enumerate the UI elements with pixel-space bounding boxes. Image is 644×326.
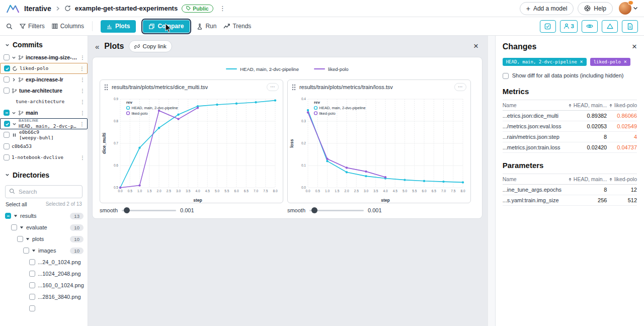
row-menu-kebab[interactable]: ⋮ bbox=[79, 88, 85, 94]
commit-row[interactable]: tune-architecture⋮ bbox=[0, 85, 88, 96]
revision-tag[interactable]: HEAD, main, 2-dvc-pipeline× bbox=[503, 58, 587, 66]
tag-icon bbox=[186, 6, 191, 11]
commit-checkbox[interactable] bbox=[4, 121, 10, 127]
collaborators-button[interactable]: 3 bbox=[560, 20, 578, 33]
tree-checkbox[interactable] bbox=[29, 294, 35, 300]
commit-checkbox[interactable] bbox=[4, 110, 10, 116]
visibility-button[interactable] bbox=[582, 20, 598, 33]
tree-file-row[interactable]: ...24_0_1024.png bbox=[0, 257, 88, 268]
smooth-slider[interactable] bbox=[309, 210, 364, 211]
tree-folder-row[interactable]: results13 bbox=[0, 210, 88, 222]
directories-search-input[interactable] bbox=[5, 185, 83, 198]
tree-checkbox[interactable] bbox=[17, 236, 23, 242]
compare-button[interactable]: Compare bbox=[143, 20, 190, 33]
repo-name[interactable]: example-get-started-experiments bbox=[75, 5, 178, 12]
remove-revision-icon[interactable]: × bbox=[580, 59, 583, 64]
repo-menu-kebab[interactable]: ⋮ bbox=[217, 5, 228, 12]
tree-file-row[interactable] bbox=[0, 303, 88, 314]
table-row: ...etrics.json:dice_multi0.893820.86066 bbox=[503, 111, 637, 121]
select-all-link[interactable]: Select all bbox=[6, 201, 27, 207]
tree-file-row[interactable]: ...1024_2048.png bbox=[0, 268, 88, 280]
brand-name[interactable]: Iterative bbox=[24, 5, 51, 13]
row-menu-kebab[interactable]: ⋮ bbox=[79, 76, 85, 83]
report-button[interactable] bbox=[622, 20, 638, 33]
value-revision-b: 0.86066 bbox=[607, 111, 637, 121]
commit-row[interactable]: 1-notebook-dvclive⋮ bbox=[0, 152, 88, 163]
commit-checkbox[interactable] bbox=[4, 132, 10, 138]
changes-close-button[interactable]: × bbox=[632, 42, 637, 52]
main-scrollbar-gutter[interactable] bbox=[488, 36, 495, 326]
row-menu-kebab[interactable]: ⋮ bbox=[79, 54, 85, 60]
filters-button[interactable]: Filters bbox=[20, 23, 45, 30]
svg-text:5.0: 5.0 bbox=[403, 189, 407, 193]
tree-file-row[interactable]: ...160_0_1024.png bbox=[0, 280, 88, 291]
caret-down-icon[interactable] bbox=[26, 237, 30, 241]
row-menu-kebab[interactable]: ⋮ bbox=[79, 65, 85, 71]
add-model-button[interactable]: + Add a model bbox=[520, 2, 574, 15]
commit-row[interactable]: BASELINEHEAD, main, 2-dvc-pip…⋮ bbox=[0, 118, 88, 129]
show-diff-toggle[interactable]: Show diff for all data points (including… bbox=[503, 72, 637, 79]
row-menu-kebab[interactable]: ⋮ bbox=[79, 110, 85, 116]
tree-checkbox[interactable] bbox=[29, 305, 35, 311]
plot-menu-button[interactable]: ⋯ bbox=[267, 83, 279, 91]
tree-checkbox[interactable] bbox=[23, 248, 29, 254]
collapse-panel-button[interactable]: « bbox=[95, 42, 99, 51]
plot-menu-button[interactable]: ⋯ bbox=[454, 83, 466, 91]
revision-tag[interactable]: liked-polo× bbox=[590, 58, 630, 66]
columns-button[interactable]: Columns bbox=[52, 23, 84, 30]
smooth-slider[interactable] bbox=[122, 210, 176, 211]
tree-folder-row[interactable]: images10 bbox=[0, 245, 88, 257]
chevron-right-icon[interactable] bbox=[12, 77, 16, 82]
search-button[interactable] bbox=[6, 23, 13, 30]
delta-button[interactable] bbox=[602, 20, 618, 33]
commit-row[interactable]: c0b6a53 bbox=[0, 141, 88, 152]
commits-section-header[interactable]: Commits bbox=[0, 36, 88, 52]
commit-row[interactable]: exp-increase-lr⋮ bbox=[0, 74, 88, 85]
commit-checkbox[interactable] bbox=[4, 76, 10, 83]
user-menu[interactable] bbox=[619, 2, 638, 15]
caret-down-icon[interactable] bbox=[14, 214, 18, 218]
plots-close-button[interactable]: × bbox=[473, 41, 478, 51]
chevron-down-icon[interactable] bbox=[12, 55, 16, 60]
chevron-down-icon[interactable] bbox=[12, 122, 17, 126]
tree-checkbox[interactable] bbox=[5, 213, 11, 219]
tree-checkbox[interactable] bbox=[11, 224, 17, 230]
tree-checkbox[interactable] bbox=[29, 271, 35, 277]
drag-handle-icon[interactable] bbox=[104, 84, 108, 91]
chevron-down-icon[interactable] bbox=[12, 111, 16, 115]
caret-down-icon[interactable] bbox=[20, 225, 24, 229]
tree-label: ...160_0_1024.png bbox=[38, 282, 84, 288]
commit-checkbox[interactable] bbox=[4, 88, 10, 94]
commit-row[interactable]: main⋮ bbox=[0, 107, 88, 118]
slider-thumb[interactable] bbox=[124, 207, 130, 213]
commit-checkbox[interactable] bbox=[4, 65, 10, 71]
commit-checkbox[interactable] bbox=[4, 154, 10, 160]
commit-row[interactable]: liked-polo⋮ bbox=[0, 63, 88, 74]
help-button[interactable]: Help bbox=[578, 2, 613, 15]
tasks-button[interactable] bbox=[540, 20, 556, 33]
remove-revision-icon[interactable]: × bbox=[624, 59, 627, 64]
row-menu-kebab[interactable]: ⋮ bbox=[79, 154, 85, 160]
trends-button[interactable]: Trends bbox=[223, 23, 251, 30]
show-diff-checkbox[interactable] bbox=[503, 73, 509, 79]
plots-button[interactable]: Plots bbox=[101, 20, 136, 33]
tree-checkbox[interactable] bbox=[29, 259, 35, 265]
drag-handle-icon[interactable] bbox=[292, 84, 296, 91]
tree-file-row[interactable]: ...2816_3840.png bbox=[0, 291, 88, 303]
commit-row[interactable]: e0b66c9[weepy-buhl] bbox=[0, 129, 88, 141]
directories-section-header[interactable]: Directories bbox=[0, 166, 88, 182]
slider-thumb[interactable] bbox=[311, 207, 317, 213]
avatar[interactable] bbox=[619, 2, 631, 15]
commit-checkbox[interactable] bbox=[4, 54, 10, 60]
tree-checkbox[interactable] bbox=[29, 282, 35, 288]
run-button[interactable]: Run bbox=[197, 23, 216, 30]
row-menu-kebab[interactable]: ⋮ bbox=[79, 99, 85, 105]
tree-folder-row[interactable]: plots10 bbox=[0, 233, 88, 245]
commit-row[interactable]: tune-architecture⋮ bbox=[12, 96, 88, 107]
commit-checkbox[interactable] bbox=[4, 143, 10, 149]
commit-row[interactable]: increase-img-size-epochs⋮ bbox=[0, 52, 88, 63]
copy-link-button[interactable]: Copy link bbox=[129, 40, 172, 52]
tree-folder-row[interactable]: evaluate10 bbox=[0, 222, 88, 233]
caret-down-icon[interactable] bbox=[32, 249, 36, 253]
row-menu-kebab[interactable]: ⋮ bbox=[79, 121, 85, 127]
